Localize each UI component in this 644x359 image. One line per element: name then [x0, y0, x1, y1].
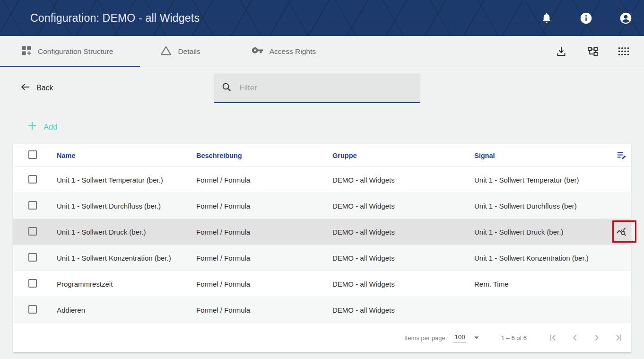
cell-beschreibung: Formel / Formula [196, 306, 332, 314]
cell-signal: Rem. Time [474, 280, 600, 288]
row-checkbox[interactable] [28, 227, 37, 236]
items-per-page-label: Items per page: [404, 334, 447, 341]
first-page-button[interactable] [548, 332, 559, 343]
active-tab-indicator [0, 66, 140, 67]
cell-name: Programmrestzeit [57, 280, 196, 288]
pagination-controls [548, 332, 624, 343]
info-icon[interactable] [580, 12, 592, 25]
page-title: Configuration: DEMO - all Widgets [30, 12, 200, 25]
filter-input[interactable] [239, 83, 413, 93]
notifications-icon[interactable] [540, 12, 553, 25]
column-header-gruppe[interactable]: Gruppe [332, 152, 474, 159]
page-body: Configuration Structure Details Access R… [0, 36, 644, 359]
download-icon[interactable] [555, 45, 567, 58]
cell-name: Addieren [57, 306, 196, 314]
table-row[interactable]: Programmrestzeit Formel / Formula DEMO -… [13, 271, 631, 297]
back-button[interactable]: Back [20, 82, 53, 94]
cell-signal: Unit 1 - Sollwert Konzentration (ber.) [474, 254, 600, 262]
cell-gruppe: DEMO - all Widgets [332, 176, 474, 184]
row-checkbox[interactable] [28, 201, 37, 210]
cell-beschreibung: Formel / Formula [196, 254, 332, 262]
cell-beschreibung: Formel / Formula [196, 202, 332, 210]
column-header-signal[interactable]: Signal [474, 152, 600, 159]
cell-signal: Unit 1 - Sollwert Temperatur (ber) [474, 176, 600, 184]
signals-table: Name Beschreibung Gruppe Signal Unit 1 -… [13, 144, 631, 352]
search-icon [221, 82, 232, 94]
cell-signal: Unit 1 - Sollwert Durchfluss (ber) [474, 202, 600, 210]
tab-configuration-structure[interactable]: Configuration Structure [21, 45, 113, 58]
playlist-edit-icon [616, 150, 627, 161]
cell-beschreibung: Formel / Formula [196, 228, 332, 236]
cell-name: Unit 1 - Sollwert Temperatur (ber.) [57, 176, 196, 184]
page-range-label: 1 – 6 of 6 [501, 334, 527, 341]
table-row[interactable]: Unit 1 - Sollwert Durchfluss (ber.) Form… [13, 193, 631, 219]
plus-icon [27, 121, 37, 132]
grid-icon[interactable] [618, 45, 630, 58]
previous-page-button[interactable] [569, 332, 581, 343]
cell-beschreibung: Formel / Formula [196, 280, 332, 288]
caret-down-icon[interactable] [474, 336, 479, 340]
tabbar-action-icons [555, 45, 630, 58]
column-header-name[interactable]: Name [57, 152, 196, 159]
cell-gruppe: DEMO - all Widgets [332, 228, 474, 236]
table-row[interactable]: Unit 1 - Sollwert Temperatur (ber.) Form… [13, 166, 631, 193]
tab-label: Access Rights [270, 47, 316, 56]
cell-name: Unit 1 - Sollwert Durchfluss (ber.) [57, 202, 196, 210]
key-icon [252, 46, 263, 57]
cell-name: Unit 1 - Sollwert Druck (ber.) [57, 228, 196, 236]
cell-gruppe: DEMO - all Widgets [332, 306, 474, 314]
cell-gruppe: DEMO - all Widgets [332, 254, 474, 262]
table-header-row: Name Beschreibung Gruppe Signal [13, 144, 631, 166]
tab-details[interactable]: Details [160, 45, 200, 58]
table-row[interactable]: Unit 1 - Sollwert Konzentration (ber.) F… [13, 245, 631, 271]
select-all-checkbox[interactable] [28, 150, 37, 159]
next-page-button[interactable] [591, 332, 602, 343]
last-page-button[interactable] [613, 332, 624, 343]
row-checkbox[interactable] [28, 279, 37, 288]
tab-access-rights[interactable]: Access Rights [252, 46, 316, 57]
cell-name: Unit 1 - Sollwert Konzentration (ber.) [57, 254, 196, 262]
cell-signal: Unit 1 - Sollwert Druck (ber.) [474, 228, 600, 236]
add-button[interactable]: Add [27, 121, 57, 132]
cell-beschreibung: Formel / Formula [196, 176, 332, 184]
edit-columns-button[interactable] [600, 150, 631, 161]
signal-analysis-button[interactable] [600, 227, 631, 237]
column-header-beschreibung[interactable]: Beschreibung [196, 152, 332, 159]
cell-gruppe: DEMO - all Widgets [332, 280, 474, 288]
hierarchy-icon[interactable] [586, 45, 599, 58]
account-icon[interactable] [619, 12, 632, 25]
header-icons [540, 12, 632, 25]
filter-field[interactable] [214, 73, 420, 103]
row-checkbox[interactable] [28, 305, 37, 314]
app-header: Configuration: DEMO - all Widgets [0, 0, 644, 36]
back-label: Back [36, 84, 53, 92]
add-label: Add [44, 123, 57, 131]
tab-label: Details [178, 47, 200, 56]
dashboard-customize-icon [21, 45, 32, 58]
table-row-highlighted[interactable]: Unit 1 - Sollwert Druck (ber.) Formel / … [13, 219, 631, 245]
table-row[interactable]: Addieren Formel / Formula DEMO - all Wid… [13, 297, 631, 323]
row-checkbox[interactable] [28, 175, 37, 184]
row-checkbox[interactable] [28, 253, 37, 262]
chart-search-icon [616, 227, 627, 237]
tab-label: Configuration Structure [38, 47, 113, 56]
paginator: Items per page: 100 1 – 6 of 6 [13, 323, 631, 352]
tab-bar: Configuration Structure Details Access R… [0, 36, 644, 67]
arrow-left-icon [20, 82, 30, 94]
cell-gruppe: DEMO - all Widgets [332, 202, 474, 210]
items-per-page-select[interactable]: 100 [453, 333, 466, 342]
warning-triangle-icon [160, 45, 172, 58]
